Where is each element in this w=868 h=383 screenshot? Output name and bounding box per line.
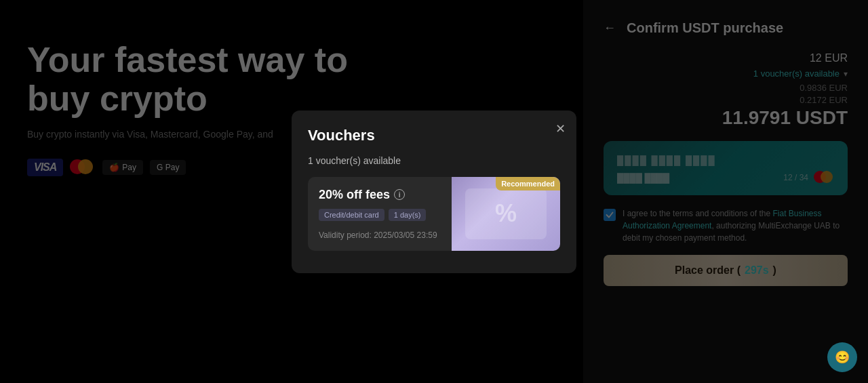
voucher-card: 20% off fees i Credit/debit card 1 day(s… — [308, 177, 560, 251]
modal-title: Vouchers — [308, 127, 560, 144]
voucher-card-visual: % — [465, 188, 547, 239]
voucher-tag-card: Credit/debit card — [319, 209, 384, 221]
info-icon[interactable]: i — [394, 189, 405, 200]
voucher-tags: Credit/debit card 1 day(s) — [319, 209, 441, 221]
voucher-image: Recommended % — [452, 177, 560, 251]
vouchers-modal: Vouchers ✕ 1 voucher(s) available 20% of… — [292, 110, 576, 273]
support-icon: 😊 — [835, 350, 850, 365]
voucher-validity: Validity period: 2025/03/05 23:59 — [319, 230, 441, 240]
recommended-badge: Recommended — [496, 177, 560, 190]
voucher-info: 20% off fees i Credit/debit card 1 day(s… — [308, 177, 452, 251]
voucher-tag-duration: 1 day(s) — [389, 209, 427, 221]
voucher-discount: 20% off fees i — [319, 188, 441, 202]
modal-close-button[interactable]: ✕ — [555, 121, 566, 136]
modal-voucher-count: 1 voucher(s) available — [308, 155, 560, 166]
modal-overlay: Vouchers ✕ 1 voucher(s) available 20% of… — [0, 0, 868, 383]
support-bubble[interactable]: 😊 — [827, 342, 857, 372]
